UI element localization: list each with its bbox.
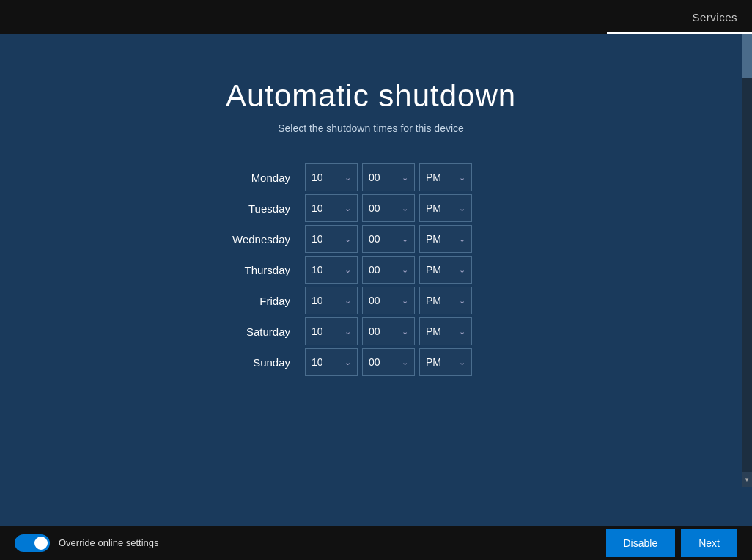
chevron-down-icon: ⌄ [402, 296, 408, 306]
schedule-row: Sunday 10 ⌄ 00 ⌄ PM ⌄ [217, 348, 525, 376]
toggle-thumb [34, 537, 48, 550]
schedule-row: Wednesday 10 ⌄ 00 ⌄ PM ⌄ [217, 225, 525, 253]
toggle-section: Override online settings [15, 534, 159, 552]
minute-dropdown-sunday[interactable]: 00 ⌄ [362, 348, 415, 376]
scrollbar-arrow-down[interactable]: ▼ [742, 472, 752, 487]
chevron-down-icon: ⌄ [402, 327, 408, 336]
chevron-down-icon: ⌄ [459, 204, 465, 213]
minute-dropdown-friday[interactable]: 00 ⌄ [362, 287, 415, 314]
chevron-down-icon: ⌄ [459, 235, 465, 244]
dropdowns-friday: 10 ⌄ 00 ⌄ PM ⌄ [305, 287, 472, 314]
chevron-down-icon: ⌄ [344, 358, 351, 367]
day-label-tuesday: Tuesday [217, 202, 305, 215]
ampm-dropdown-monday[interactable]: PM ⌄ [419, 163, 472, 191]
chevron-down-icon: ⌄ [402, 235, 408, 244]
chevron-down-icon: ⌄ [402, 358, 408, 367]
chevron-down-icon: ⌄ [402, 204, 408, 213]
day-label-sunday: Sunday [217, 356, 305, 369]
minute-dropdown-monday[interactable]: 00 ⌄ [362, 163, 415, 191]
hour-dropdown-wednesday[interactable]: 10 ⌄ [305, 225, 358, 253]
chevron-down-icon: ⌄ [344, 327, 351, 336]
chevron-down-icon: ⌄ [344, 235, 351, 244]
chevron-down-icon: ⌄ [344, 265, 351, 275]
page-subtitle: Select the shutdown times for this devic… [278, 122, 464, 134]
schedule-row: Tuesday 10 ⌄ 00 ⌄ PM ⌄ [217, 194, 525, 222]
minute-dropdown-thursday[interactable]: 00 ⌄ [362, 256, 415, 284]
hour-dropdown-saturday[interactable]: 10 ⌄ [305, 317, 358, 345]
schedule-row: Saturday 10 ⌄ 00 ⌄ PM ⌄ [217, 317, 525, 345]
next-button[interactable]: Next [681, 529, 737, 557]
chevron-down-icon: ⌄ [402, 173, 408, 183]
bottom-bar: Override online settings Disable Next [0, 526, 752, 560]
schedule-grid: Monday 10 ⌄ 00 ⌄ PM ⌄ Tuesday 10 ⌄ 00 [217, 163, 525, 379]
dropdowns-monday: 10 ⌄ 00 ⌄ PM ⌄ [305, 163, 472, 191]
ampm-dropdown-wednesday[interactable]: PM ⌄ [419, 225, 472, 253]
hour-dropdown-tuesday[interactable]: 10 ⌄ [305, 194, 358, 222]
override-toggle[interactable] [15, 534, 50, 552]
chevron-down-icon: ⌄ [402, 265, 408, 275]
minute-dropdown-tuesday[interactable]: 00 ⌄ [362, 194, 415, 222]
schedule-row: Thursday 10 ⌄ 00 ⌄ PM ⌄ [217, 256, 525, 284]
minute-dropdown-wednesday[interactable]: 00 ⌄ [362, 225, 415, 253]
top-bar: Services [0, 0, 752, 34]
day-label-thursday: Thursday [217, 264, 305, 276]
scrollbar: ▼ [742, 34, 752, 487]
ampm-dropdown-thursday[interactable]: PM ⌄ [419, 256, 472, 284]
toggle-label: Override online settings [59, 537, 159, 548]
hour-dropdown-thursday[interactable]: 10 ⌄ [305, 256, 358, 284]
ampm-dropdown-sunday[interactable]: PM ⌄ [419, 348, 472, 376]
hour-dropdown-friday[interactable]: 10 ⌄ [305, 287, 358, 314]
hour-dropdown-sunday[interactable]: 10 ⌄ [305, 348, 358, 376]
ampm-dropdown-saturday[interactable]: PM ⌄ [419, 317, 472, 345]
page-title: Automatic shutdown [226, 78, 516, 114]
dropdowns-saturday: 10 ⌄ 00 ⌄ PM ⌄ [305, 317, 472, 345]
dropdowns-wednesday: 10 ⌄ 00 ⌄ PM ⌄ [305, 225, 472, 253]
main-content: Automatic shutdown Select the shutdown t… [0, 34, 742, 526]
chevron-down-icon: ⌄ [459, 358, 465, 367]
day-label-saturday: Saturday [217, 325, 305, 338]
services-title: Services [692, 11, 737, 23]
dropdowns-sunday: 10 ⌄ 00 ⌄ PM ⌄ [305, 348, 472, 376]
chevron-down-icon: ⌄ [344, 296, 351, 306]
scrollbar-thumb[interactable] [742, 34, 752, 78]
hour-dropdown-monday[interactable]: 10 ⌄ [305, 163, 358, 191]
ampm-dropdown-friday[interactable]: PM ⌄ [419, 287, 472, 314]
chevron-down-icon: ⌄ [344, 204, 351, 213]
ampm-dropdown-tuesday[interactable]: PM ⌄ [419, 194, 472, 222]
chevron-down-icon: ⌄ [459, 296, 465, 306]
chevron-down-icon: ⌄ [459, 265, 465, 275]
disable-button[interactable]: Disable [606, 529, 676, 557]
chevron-down-icon: ⌄ [459, 173, 465, 183]
day-label-monday: Monday [217, 172, 305, 184]
day-label-wednesday: Wednesday [217, 233, 305, 246]
schedule-row: Friday 10 ⌄ 00 ⌄ PM ⌄ [217, 287, 525, 314]
dropdowns-thursday: 10 ⌄ 00 ⌄ PM ⌄ [305, 256, 472, 284]
dropdowns-tuesday: 10 ⌄ 00 ⌄ PM ⌄ [305, 194, 472, 222]
chevron-down-icon: ⌄ [459, 327, 465, 336]
chevron-down-icon: ⌄ [344, 173, 351, 183]
day-label-friday: Friday [217, 295, 305, 307]
scroll-down-icon: ▼ [744, 476, 750, 483]
button-group: Disable Next [606, 529, 738, 557]
schedule-row: Monday 10 ⌄ 00 ⌄ PM ⌄ [217, 163, 525, 191]
minute-dropdown-saturday[interactable]: 00 ⌄ [362, 317, 415, 345]
